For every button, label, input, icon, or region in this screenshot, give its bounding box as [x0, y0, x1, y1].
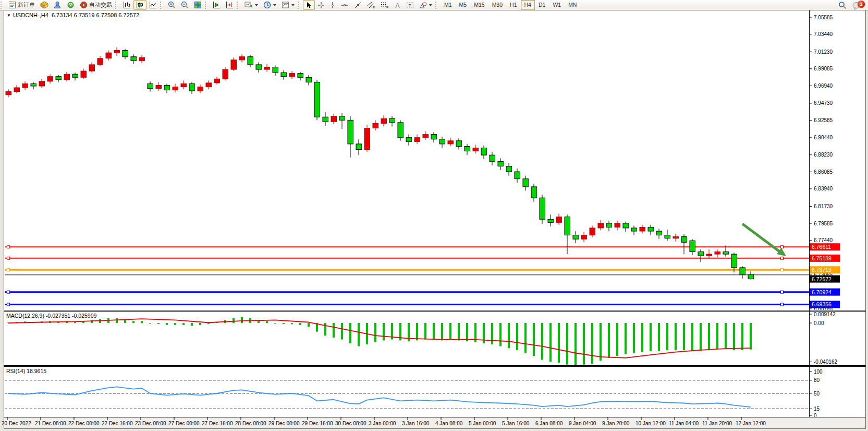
svg-text:-0.040162: -0.040162 [814, 359, 837, 365]
svg-text:10 Jan 12:00: 10 Jan 12:00 [635, 421, 666, 426]
svg-text:6.72572: 6.72572 [812, 276, 832, 282]
svg-text:7.05585: 7.05585 [814, 15, 833, 20]
svg-text:27 Dec 00:00: 27 Dec 00:00 [168, 421, 200, 426]
svg-text:6.77440: 6.77440 [814, 237, 833, 243]
svg-text:11 Jan 20:00: 11 Jan 20:00 [702, 421, 732, 426]
svg-text:12 Jan 12:00: 12 Jan 12:00 [736, 421, 766, 426]
svg-text:22 Dec 00:00: 22 Dec 00:00 [68, 421, 100, 426]
svg-text:6.79585: 6.79585 [814, 221, 833, 226]
svg-text:3 Jan 16:00: 3 Jan 16:00 [402, 421, 430, 426]
svg-text:6.90440: 6.90440 [814, 135, 833, 140]
svg-text:6.96940: 6.96940 [814, 83, 833, 89]
line-handle[interactable] [7, 246, 10, 248]
svg-text:6.69356: 6.69356 [812, 301, 832, 307]
macd-indicator-label: MACD(12,26,9) -0.027351 -0.025909 [6, 313, 96, 319]
svg-text:0.00: 0.00 [814, 320, 824, 326]
rsi-indicator-label: RSI(14) 18.9615 [6, 368, 46, 374]
chart-symbol-period: USDCNH-,H4 [13, 12, 48, 18]
svg-text:7.03440: 7.03440 [814, 31, 833, 37]
svg-text:21 Dec 08:00: 21 Dec 08:00 [35, 421, 66, 426]
line-handle[interactable] [781, 269, 784, 271]
svg-text:20 Dec 2022: 20 Dec 2022 [2, 421, 31, 426]
svg-text:28 Dec 08:00: 28 Dec 08:00 [235, 421, 266, 426]
macd-values: -0.027351 -0.025909 [46, 313, 97, 319]
line-handle[interactable] [7, 269, 10, 271]
collapse-triangle-icon[interactable]: ▼ [7, 13, 11, 18]
svg-text:30 Dec 08:00: 30 Dec 08:00 [335, 421, 366, 426]
svg-text:15: 15 [814, 406, 820, 412]
line-handle[interactable] [781, 257, 784, 259]
svg-text:6.88230: 6.88230 [814, 152, 833, 158]
svg-text:50: 50 [814, 391, 820, 397]
svg-text:6.75189: 6.75189 [812, 255, 832, 261]
svg-text:6.92585: 6.92585 [814, 117, 833, 123]
svg-text:6.76611: 6.76611 [812, 244, 831, 250]
svg-text:5 Jan 16:00: 5 Jan 16:00 [502, 421, 530, 426]
chart-window[interactable]: 7.055857.034407.012306.990856.969406.947… [0, 0, 868, 431]
svg-text:6.94730: 6.94730 [814, 100, 833, 106]
svg-text:6.70924: 6.70924 [812, 289, 832, 295]
svg-text:100: 100 [814, 369, 823, 375]
line-handle[interactable] [781, 246, 784, 248]
line-handle[interactable] [781, 291, 784, 293]
svg-text:6 Jan 08:00: 6 Jan 08:00 [535, 421, 563, 426]
svg-text:7.01230: 7.01230 [814, 49, 833, 55]
line-handle[interactable] [7, 257, 10, 259]
chart-background [4, 10, 866, 429]
mt4-window: 新订单 自动交易 [0, 0, 868, 431]
rsi-name: RSI(14) [6, 368, 25, 374]
svg-text:29 Dec 16:00: 29 Dec 16:00 [302, 421, 333, 426]
line-handle[interactable] [781, 303, 784, 306]
line-handle[interactable] [7, 303, 10, 306]
svg-text:9 Jan 04:00: 9 Jan 04:00 [569, 421, 596, 426]
svg-text:29 Dec 00:00: 29 Dec 00:00 [268, 421, 300, 426]
svg-text:11 Jan 04:00: 11 Jan 04:00 [669, 421, 699, 426]
line-handle[interactable] [7, 291, 10, 293]
svg-text:9 Jan 20:00: 9 Jan 20:00 [602, 421, 630, 426]
svg-text:27 Dec 16:00: 27 Dec 16:00 [202, 421, 233, 426]
svg-text:3 Jan 00:00: 3 Jan 00:00 [369, 421, 396, 426]
svg-text:4 Jan 08:00: 4 Jan 08:00 [435, 421, 463, 426]
svg-text:6.81730: 6.81730 [814, 203, 833, 209]
chart-canvas[interactable]: 7.055857.034407.012306.990856.969406.947… [0, 0, 868, 431]
svg-text:6.99085: 6.99085 [814, 66, 833, 71]
svg-text:0: 0 [814, 413, 817, 418]
svg-text:5 Jan 00:00: 5 Jan 00:00 [469, 421, 496, 426]
svg-text:22 Dec 16:00: 22 Dec 16:00 [102, 421, 133, 426]
macd-name: MACD(12,26,9) [6, 313, 44, 319]
svg-text:6.86085: 6.86085 [814, 169, 833, 175]
svg-text:80: 80 [814, 377, 820, 383]
chart-title: ▼USDCNH-,H4 6.73134 6.73519 6.72508 6.72… [7, 12, 139, 18]
rsi-value: 18.9615 [27, 368, 46, 374]
svg-text:6.83940: 6.83940 [814, 186, 833, 191]
svg-text:23 Dec 08:00: 23 Dec 08:00 [135, 421, 166, 426]
chart-ohlc-values: 6.73134 6.73519 6.72508 6.72572 [52, 12, 139, 18]
svg-text:0.009142: 0.009142 [814, 312, 836, 317]
svg-text:6.73713: 6.73713 [812, 267, 832, 273]
